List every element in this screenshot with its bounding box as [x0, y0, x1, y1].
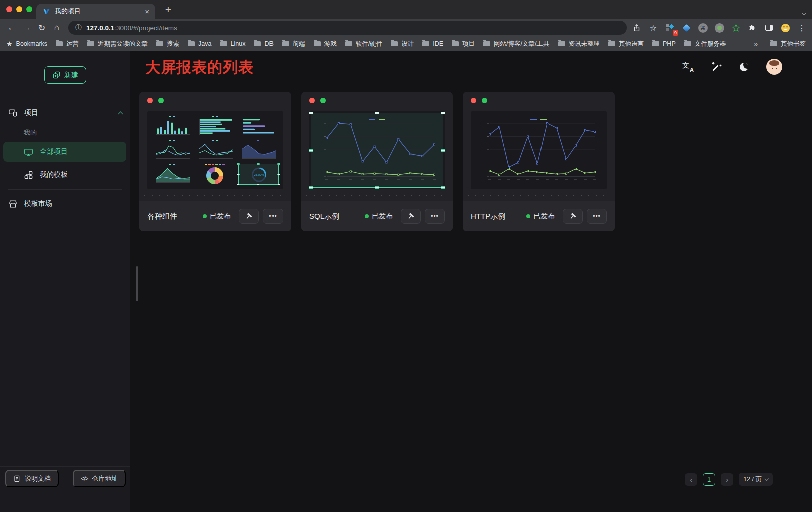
site-info-icon[interactable]: ⓘ — [75, 23, 82, 32]
address-bar[interactable]: ⓘ 127.0.0.1:3000/#/project/items — [68, 21, 627, 35]
url-path: :3000/#/project/items — [114, 24, 177, 32]
back-icon[interactable]: ← — [4, 20, 19, 35]
document-icon — [13, 475, 21, 483]
forward-icon[interactable]: → — [19, 20, 34, 35]
status-badge: 已发布 — [526, 212, 555, 221]
bookmark-folder[interactable]: Java — [188, 40, 211, 47]
repo-button[interactable]: </> 仓库地址 — [73, 470, 126, 487]
current-page-button[interactable]: 1 — [703, 473, 715, 486]
more-button[interactable]: ••• — [263, 209, 283, 224]
folder-icon — [391, 41, 398, 46]
page-size-select[interactable]: 12 / 页 — [739, 473, 773, 486]
more-button[interactable]: ••• — [425, 209, 445, 224]
favicon-goview-icon — [42, 7, 50, 15]
share-icon[interactable] — [631, 22, 643, 34]
browser-tab[interactable]: 我的项目 × — [36, 4, 155, 19]
new-project-button[interactable]: 新建 — [44, 66, 86, 84]
side-panel-icon[interactable] — [763, 22, 775, 34]
bookmark-folder[interactable]: Linux — [220, 40, 246, 47]
project-card[interactable]: HTTP示例 已发布 ••• — [463, 92, 615, 231]
edit-hammer-button[interactable] — [563, 209, 583, 224]
browser-menu-icon[interactable]: ⋮ — [796, 23, 808, 33]
line-chart — [477, 115, 601, 185]
card-dot-green — [158, 98, 164, 103]
project-card[interactable]: SQL示例 已发布 ••• — [301, 92, 453, 231]
bookmark-folder[interactable]: 资讯未整理 — [558, 40, 600, 48]
tab-search-icon[interactable] — [802, 8, 806, 17]
bookmark-folder[interactable]: 近期需要读的文章 — [87, 40, 148, 48]
extensions-puzzle-icon[interactable] — [746, 22, 758, 34]
zoom-window-button[interactable] — [26, 6, 32, 12]
project-preview[interactable]: 25.00% — [147, 111, 283, 189]
bookmark-folder[interactable]: 搜索 — [156, 40, 179, 48]
edit-hammer-button[interactable] — [239, 209, 259, 224]
project-preview[interactable] — [309, 111, 445, 189]
header-icons: 文 A — [682, 59, 782, 75]
next-page-button[interactable]: › — [721, 473, 733, 486]
home-icon[interactable]: ⌂ — [49, 20, 64, 35]
mini-chart-hbars — [194, 115, 235, 137]
scrollbar-thumb[interactable] — [136, 266, 138, 301]
card-dot-red — [471, 98, 476, 103]
extension-blocks-icon[interactable]: 9 — [664, 22, 676, 34]
bookmark-folder[interactable]: PHP — [652, 40, 676, 47]
chevron-up-icon[interactable] — [118, 111, 123, 116]
extension-record-icon[interactable] — [713, 22, 725, 34]
folder-icon — [422, 41, 429, 46]
folder-icon — [188, 41, 195, 46]
bookmark-folder-list: 运营 近期需要读的文章 搜索 Java Linux DB 前端 游戏 软件/硬件… — [56, 40, 726, 48]
dark-mode-moon-icon[interactable] — [740, 63, 748, 71]
card-footer: HTTP示例 已发布 ••• — [463, 201, 615, 231]
bookmark-folder[interactable]: 网站/博客/文章/工具 — [483, 40, 549, 48]
folder-icon — [254, 41, 261, 46]
selected-chart-frame[interactable] — [311, 113, 443, 188]
bookmark-star-icon[interactable]: ☆ — [647, 22, 659, 34]
sidebar-item-my-templates[interactable]: 我的模板 — [3, 165, 126, 185]
main-content: 大屏报表的列表 文 A 25.00% 各种组件 — [130, 51, 812, 512]
magic-wand-icon[interactable] — [712, 62, 722, 72]
bookmark-folder[interactable]: DB — [254, 40, 273, 47]
reload-icon[interactable]: ↻ — [34, 20, 49, 35]
bookmarks-overflow-icon[interactable]: » — [754, 40, 758, 48]
bookmark-folder[interactable]: 软件/硬件 — [345, 40, 382, 48]
new-tab-button[interactable]: + — [161, 3, 175, 17]
bookmark-folder[interactable]: 前端 — [282, 40, 305, 48]
folder-icon — [770, 41, 777, 46]
sidebar-item-all-projects[interactable]: 全部项目 — [3, 142, 126, 162]
bookmark-folder[interactable]: 运营 — [56, 40, 79, 48]
language-icon[interactable]: 文 A — [682, 62, 694, 72]
project-card[interactable]: 25.00% 各种组件 已发布 — [139, 92, 291, 231]
sidebar-section-project[interactable]: 项目 — [8, 103, 122, 123]
close-window-button[interactable] — [6, 6, 12, 12]
extension-command-icon[interactable]: ⌘ — [697, 22, 709, 34]
screens-icon — [8, 108, 18, 118]
prev-page-button[interactable]: ‹ — [685, 473, 697, 486]
extension-badge: 9 — [673, 30, 678, 36]
docs-button[interactable]: 说明文档 — [5, 470, 59, 487]
card-dots — [309, 98, 326, 103]
bookmark-folder[interactable]: 文件服务器 — [684, 40, 726, 48]
other-bookmarks[interactable]: 其他书签 — [770, 40, 806, 48]
minimize-window-button[interactable] — [16, 6, 22, 12]
bookmarks-divider — [764, 40, 764, 48]
bookmark-folder[interactable]: 项目 — [452, 40, 475, 48]
profile-emoji-icon[interactable] — [779, 22, 791, 34]
user-avatar[interactable] — [766, 59, 782, 75]
tab-close-icon[interactable]: × — [145, 8, 149, 15]
card-dots — [471, 98, 487, 103]
sidebar-group-label: 我的 — [24, 128, 37, 137]
bookmark-folder[interactable]: 设计 — [391, 40, 414, 48]
edit-hammer-button[interactable] — [401, 209, 421, 224]
bookmark-folder[interactable]: 游戏 — [314, 40, 337, 48]
folder-icon — [282, 41, 289, 46]
bookmark-folder[interactable]: IDE — [422, 40, 443, 47]
mini-chart-lines — [194, 139, 235, 161]
bookmarks-bar: ★ Bookmarks 运营 近期需要读的文章 搜索 Java Linux DB… — [0, 37, 812, 51]
extension-star-icon[interactable] — [730, 22, 742, 34]
more-button[interactable]: ••• — [587, 209, 607, 224]
extension-gem-icon[interactable] — [680, 22, 692, 34]
project-preview[interactable] — [471, 111, 607, 189]
bookmark-folder[interactable]: 其他语言 — [608, 40, 644, 48]
bookmarks-root[interactable]: ★ Bookmarks — [6, 40, 47, 48]
sidebar-item-template-market[interactable]: 模板市场 — [8, 194, 122, 214]
